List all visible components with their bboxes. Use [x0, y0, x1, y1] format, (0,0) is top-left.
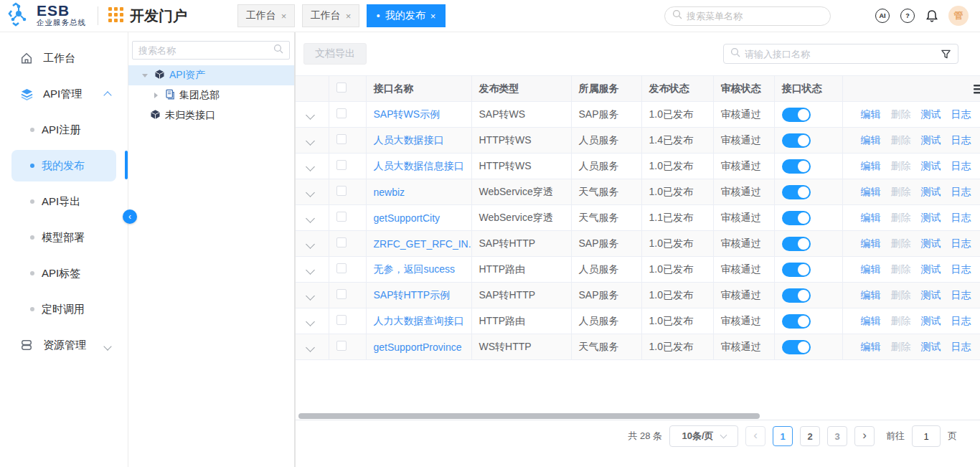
- row-checkbox[interactable]: [336, 289, 347, 299]
- delete-link[interactable]: 删除: [891, 134, 911, 147]
- tab-close-icon[interactable]: ×: [281, 11, 287, 22]
- tree-node-unclassified[interactable]: 未归类接口: [128, 105, 294, 126]
- log-link[interactable]: 日志: [951, 341, 971, 354]
- edit-link[interactable]: 编辑: [861, 212, 881, 225]
- tab-close-icon[interactable]: ×: [430, 11, 436, 22]
- tab-my-publish[interactable]: • 我的发布 ×: [367, 4, 446, 27]
- goto-page-input[interactable]: [912, 425, 941, 447]
- api-name-link[interactable]: 人员大数据信息接口: [374, 160, 464, 171]
- select-all-checkbox[interactable]: [336, 82, 347, 93]
- row-expand-chevron[interactable]: [306, 265, 315, 275]
- api-status-toggle[interactable]: [782, 237, 811, 251]
- sidebar-group-resource-management[interactable]: 资源管理: [0, 327, 128, 363]
- api-status-toggle[interactable]: [782, 211, 811, 225]
- api-status-toggle[interactable]: [782, 133, 811, 148]
- api-status-toggle[interactable]: [782, 159, 811, 174]
- api-status-toggle[interactable]: [782, 108, 811, 122]
- horizontal-scrollbar[interactable]: [298, 413, 760, 419]
- api-status-toggle[interactable]: [782, 185, 811, 199]
- row-expand-chevron[interactable]: [306, 214, 315, 223]
- column-settings-icon[interactable]: [972, 82, 980, 95]
- row-checkbox[interactable]: [336, 160, 347, 170]
- sidebar-item-workbench[interactable]: 工作台: [0, 40, 128, 76]
- page-size-select[interactable]: 10条/页: [669, 425, 738, 447]
- sidebar-collapse-button[interactable]: ‹: [123, 209, 137, 224]
- api-name-link[interactable]: SAP转HTTP示例: [374, 289, 451, 301]
- api-name-link[interactable]: 人力大数据查询接口: [374, 315, 464, 326]
- caret-down-icon[interactable]: [140, 74, 150, 77]
- test-link[interactable]: 测试: [921, 237, 941, 250]
- interface-search-input[interactable]: [745, 49, 936, 60]
- test-link[interactable]: 测试: [921, 186, 941, 199]
- caret-right-icon[interactable]: [151, 93, 161, 98]
- menu-search-input[interactable]: [687, 11, 823, 22]
- delete-link[interactable]: 删除: [891, 263, 911, 276]
- tree-node-group-hq[interactable]: 集团总部: [128, 85, 294, 105]
- delete-link[interactable]: 删除: [891, 212, 911, 225]
- delete-link[interactable]: 删除: [891, 237, 911, 250]
- api-name-link[interactable]: 人员大数据接口: [374, 134, 444, 146]
- interface-search-box[interactable]: [723, 44, 958, 64]
- edit-link[interactable]: 编辑: [861, 315, 881, 328]
- api-status-toggle[interactable]: [782, 288, 811, 303]
- row-checkbox[interactable]: [336, 134, 347, 144]
- log-link[interactable]: 日志: [951, 263, 971, 276]
- row-expand-chevron[interactable]: [306, 240, 315, 249]
- tab-workbench-1[interactable]: 工作台 ×: [237, 4, 295, 27]
- test-link[interactable]: 测试: [921, 263, 941, 276]
- edit-link[interactable]: 编辑: [861, 263, 881, 276]
- test-link[interactable]: 测试: [921, 108, 941, 121]
- row-expand-chevron[interactable]: [306, 343, 315, 352]
- sidebar-item-my-publish[interactable]: 我的发布: [11, 150, 116, 181]
- sidebar-item-api-register[interactable]: API注册: [0, 112, 128, 148]
- log-link[interactable]: 日志: [951, 315, 971, 328]
- row-expand-chevron[interactable]: [306, 162, 315, 171]
- edit-link[interactable]: 编辑: [861, 289, 881, 302]
- api-name-link[interactable]: SAP转WS示例: [374, 108, 440, 120]
- log-link[interactable]: 日志: [951, 134, 971, 147]
- tree-search-box[interactable]: [132, 41, 290, 60]
- log-link[interactable]: 日志: [951, 160, 971, 173]
- edit-link[interactable]: 编辑: [861, 134, 881, 147]
- help-icon[interactable]: ?: [900, 9, 915, 23]
- row-checkbox[interactable]: [336, 315, 347, 325]
- edit-link[interactable]: 编辑: [861, 186, 881, 199]
- tree-node-api-assets[interactable]: API资产: [128, 65, 294, 85]
- row-expand-chevron[interactable]: [306, 291, 315, 301]
- prev-page-button[interactable]: ‹: [745, 426, 765, 446]
- edit-link[interactable]: 编辑: [861, 108, 881, 121]
- doc-export-button[interactable]: 文档导出: [303, 43, 367, 65]
- row-expand-chevron[interactable]: [306, 110, 315, 120]
- api-name-link[interactable]: 无参，返回sucess: [374, 263, 456, 275]
- row-checkbox[interactable]: [336, 108, 347, 118]
- api-name-link[interactable]: getSupportCity: [374, 212, 440, 224]
- test-link[interactable]: 测试: [921, 341, 941, 354]
- delete-link[interactable]: 删除: [891, 186, 911, 199]
- test-link[interactable]: 测试: [921, 134, 941, 147]
- bell-icon[interactable]: [925, 9, 938, 23]
- tab-workbench-2[interactable]: 工作台 ×: [302, 4, 359, 27]
- row-checkbox[interactable]: [336, 212, 347, 222]
- edit-link[interactable]: 编辑: [861, 237, 881, 250]
- sidebar-item-model-deploy[interactable]: 模型部署: [0, 220, 128, 255]
- edit-link[interactable]: 编辑: [861, 341, 881, 354]
- row-checkbox[interactable]: [336, 237, 347, 247]
- api-name-link[interactable]: ZRFC_GET_RFC_IN...: [374, 238, 472, 250]
- row-expand-chevron[interactable]: [306, 136, 315, 146]
- log-link[interactable]: 日志: [951, 108, 971, 121]
- log-link[interactable]: 日志: [951, 212, 971, 225]
- sidebar-item-scheduled-call[interactable]: 定时调用: [0, 291, 128, 327]
- api-status-toggle[interactable]: [782, 314, 811, 329]
- delete-link[interactable]: 删除: [891, 160, 911, 173]
- test-link[interactable]: 测试: [921, 315, 941, 328]
- api-name-link[interactable]: newbiz: [374, 187, 405, 198]
- page-button-1[interactable]: 1: [773, 426, 793, 446]
- delete-link[interactable]: 删除: [891, 289, 911, 302]
- delete-link[interactable]: 删除: [891, 341, 911, 354]
- row-checkbox[interactable]: [336, 263, 347, 273]
- delete-link[interactable]: 删除: [891, 315, 911, 328]
- api-name-link[interactable]: getSupportProvince: [374, 341, 462, 353]
- test-link[interactable]: 测试: [921, 160, 941, 173]
- test-link[interactable]: 测试: [921, 289, 941, 302]
- tab-close-icon[interactable]: ×: [346, 11, 352, 22]
